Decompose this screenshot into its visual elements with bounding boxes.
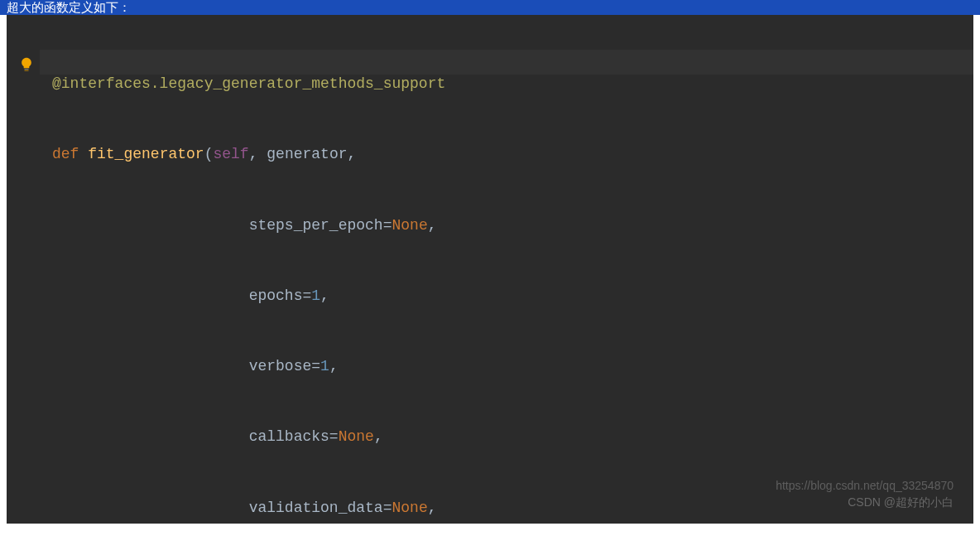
def-keyword: def (52, 146, 88, 162)
param-name: epochs (249, 287, 303, 304)
function-name: fit_generator (88, 146, 204, 162)
self-param: self (213, 146, 248, 162)
code-line: @interfaces.legacy_generator_methods_sup… (52, 72, 973, 95)
param-name: steps_per_epoch (249, 217, 383, 234)
param-default: None (392, 500, 427, 516)
paren-open: ( (204, 146, 214, 162)
code-line: callbacks=None, (52, 425, 973, 448)
param-default: 1 (311, 287, 320, 304)
param-default: None (392, 217, 427, 234)
top-context-bar: 超大的函数定义如下： (0, 0, 980, 15)
decorator-text: @interfaces.legacy_generator_methods_sup… (52, 75, 445, 92)
top-context-text: 超大的函数定义如下： (7, 0, 131, 14)
code-line: def fit_generator(self, generator, (52, 142, 973, 166)
param-default: 1 (320, 358, 329, 374)
param-name: validation_data (249, 500, 383, 516)
svg-rect-0 (25, 69, 29, 70)
code-editor[interactable]: @interfaces.legacy_generator_methods_sup… (7, 15, 973, 524)
code-line: verbose=1, (52, 355, 973, 378)
param-name: generator (267, 146, 347, 162)
current-line-highlight (7, 50, 973, 75)
code-line: steps_per_epoch=None, (52, 214, 973, 237)
param-name: verbose (249, 358, 312, 374)
code-line: epochs=1, (52, 284, 973, 307)
param-default: None (339, 428, 374, 445)
watermark-url: https://blog.csdn.net/qq_33254870 (776, 479, 954, 492)
param-name: callbacks (249, 428, 329, 445)
code-line: validation_data=None, (52, 496, 973, 519)
lightbulb-icon[interactable] (18, 56, 35, 73)
editor-gutter (7, 15, 40, 524)
code-content[interactable]: @interfaces.legacy_generator_methods_sup… (52, 25, 973, 536)
